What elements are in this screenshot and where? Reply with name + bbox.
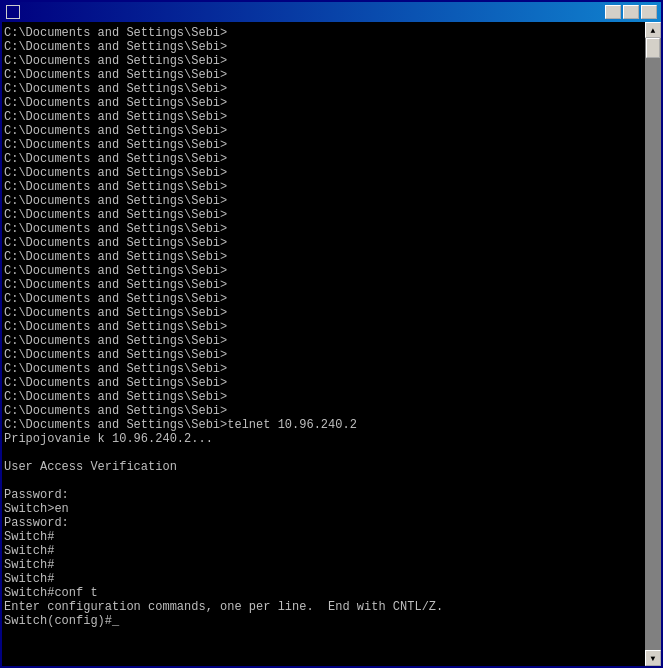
- title-bar: [2, 2, 661, 22]
- terminal-wrapper: C:\Documents and Settings\Sebi> C:\Docum…: [2, 22, 661, 666]
- scroll-down-button[interactable]: ▼: [645, 650, 661, 666]
- maximize-button[interactable]: [623, 5, 639, 19]
- scroll-up-button[interactable]: ▲: [645, 22, 661, 38]
- window-icon: [6, 5, 20, 19]
- terminal-output[interactable]: C:\Documents and Settings\Sebi> C:\Docum…: [2, 22, 645, 666]
- scrollbar: ▲ ▼: [645, 22, 661, 666]
- title-buttons: [605, 5, 657, 19]
- scroll-thumb[interactable]: [646, 38, 660, 58]
- window: C:\Documents and Settings\Sebi> C:\Docum…: [0, 0, 663, 668]
- minimize-button[interactable]: [605, 5, 621, 19]
- title-bar-left: [6, 5, 24, 19]
- close-button[interactable]: [641, 5, 657, 19]
- scroll-track: [645, 38, 661, 650]
